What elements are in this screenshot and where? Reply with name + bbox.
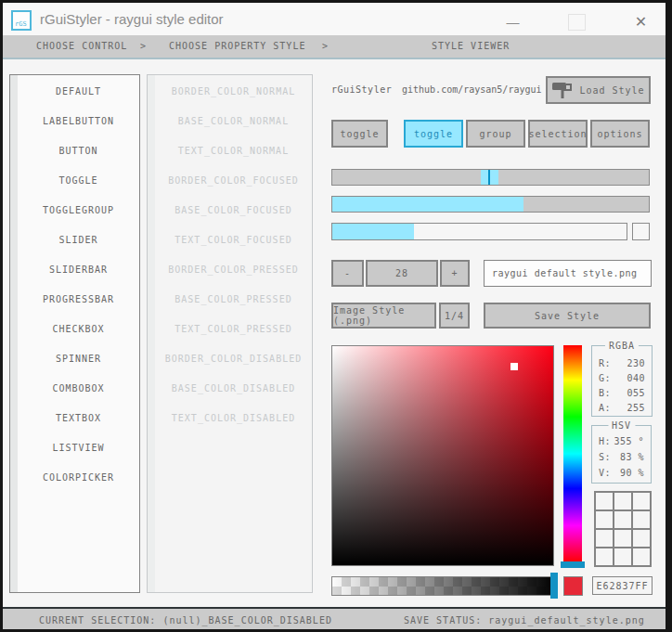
- hex-value-input[interactable]: [592, 576, 653, 595]
- maximize-icon: [568, 14, 586, 31]
- palette-cell[interactable]: [595, 529, 614, 548]
- controls-list-item[interactable]: DEFAULT: [18, 76, 139, 106]
- alpha-bar[interactable]: [331, 576, 557, 596]
- palette-cell[interactable]: [632, 529, 651, 548]
- controls-list-item[interactable]: SLIDER: [18, 225, 139, 254]
- properties-list: BORDER_COLOR_NORMALBASE_COLOR_NORMALTEXT…: [155, 76, 312, 432]
- hue-bar[interactable]: [563, 345, 582, 562]
- toggle-group-item[interactable]: toggle: [404, 120, 463, 148]
- palette-cell[interactable]: [614, 492, 632, 510]
- hsv-row: S:83 %: [592, 449, 651, 465]
- palette-cell[interactable]: [632, 510, 651, 529]
- breadcrumb-choose-control: CHOOSE CONTROL: [36, 35, 127, 58]
- load-style-button[interactable]: Load Style: [546, 76, 651, 104]
- palette-cell[interactable]: [614, 529, 632, 548]
- slider-handle[interactable]: [481, 170, 498, 185]
- color-picker-cursor[interactable]: [510, 363, 518, 370]
- palette-cell[interactable]: [632, 492, 651, 510]
- hsv-rows: H:355 °S:83 %V:90 %: [592, 433, 651, 481]
- properties-list-item[interactable]: TEXT_COLOR_FOCUSED: [155, 225, 312, 254]
- properties-list-panel: BORDER_COLOR_NORMALBASE_COLOR_NORMALTEXT…: [147, 74, 313, 593]
- properties-list-item[interactable]: BASE_COLOR_NORMAL: [155, 106, 312, 135]
- title-bar: rGS rGuiStyler - raygui style editor — ✕: [3, 3, 666, 35]
- controls-list-item[interactable]: LISTVIEW: [18, 432, 139, 462]
- controls-list-item[interactable]: COMBOBOX: [18, 373, 139, 403]
- toggle-group-item[interactable]: options: [590, 120, 650, 148]
- controls-list-item[interactable]: CHECKBOX: [18, 314, 139, 343]
- palette-cell[interactable]: [595, 510, 614, 529]
- properties-list-scrollbar[interactable]: [148, 75, 155, 592]
- app-name-label: rGuiStyler: [331, 84, 385, 95]
- breadcrumb-separator: >: [322, 35, 329, 58]
- properties-list-item[interactable]: BASE_COLOR_DISABLED: [155, 373, 312, 403]
- spinner-plus-button[interactable]: +: [440, 260, 470, 287]
- breadcrumb-choose-property-style: CHOOSE PROPERTY STYLE: [169, 35, 305, 58]
- progress-bar[interactable]: [331, 223, 627, 240]
- controls-list-item[interactable]: SPINNER: [18, 343, 139, 373]
- maximize-button[interactable]: [556, 6, 598, 38]
- image-style-button[interactable]: Image Style (.png): [331, 303, 436, 329]
- close-button[interactable]: ✕: [620, 6, 662, 38]
- window-title: rGuiStyler - raygui style editor: [40, 11, 224, 27]
- hsv-title: HSV: [608, 420, 635, 431]
- rgba-row: G:040: [592, 370, 652, 385]
- toggle-group-item[interactable]: selection: [528, 120, 588, 148]
- slider-bar-fill: [332, 197, 523, 212]
- toggle-button[interactable]: toggle: [331, 120, 388, 148]
- color-picker-panel[interactable]: [331, 345, 554, 566]
- palette-cell[interactable]: [614, 548, 632, 566]
- breadcrumb-style-viewer: STYLE VIEWER: [432, 35, 510, 58]
- filename-input[interactable]: [484, 260, 652, 287]
- controls-list-item[interactable]: LABELBUTTON: [18, 106, 139, 135]
- status-bar: CURRENT SELECTION: (null)_BASE_COLOR_DIS…: [3, 607, 666, 632]
- rgba-row: A:255: [592, 400, 652, 415]
- palette-cell[interactable]: [595, 548, 614, 566]
- rgba-title: RGBA: [605, 341, 639, 351]
- save-style-button[interactable]: Save Style: [484, 303, 651, 329]
- properties-list-item[interactable]: BORDER_COLOR_FOCUSED: [155, 165, 312, 195]
- rgba-row: R:230: [592, 355, 652, 370]
- palette-cell[interactable]: [595, 492, 614, 510]
- status-save-status: SAVE STATUS: raygui_default_style.png: [404, 609, 645, 632]
- alpha-bar-marker[interactable]: [550, 573, 558, 599]
- hsv-groupbox: HSV H:355 °S:83 %V:90 %: [591, 425, 652, 484]
- rgba-groupbox: RGBA R:230G:040B:055A:255: [591, 345, 653, 417]
- spinner-minus-button[interactable]: -: [331, 260, 364, 287]
- slider[interactable]: [331, 169, 650, 186]
- properties-list-item[interactable]: TEXT_COLOR_DISABLED: [155, 403, 312, 432]
- hsv-row: H:355 °: [592, 433, 651, 449]
- properties-list-item[interactable]: BASE_COLOR_PRESSED: [155, 284, 312, 314]
- ratio-button[interactable]: 1/4: [439, 303, 470, 329]
- controls-list-item[interactable]: PROGRESSBAR: [18, 284, 139, 314]
- controls-list-item[interactable]: TOGGLEGROUP: [18, 195, 139, 225]
- hue-bar-marker[interactable]: [561, 561, 585, 568]
- slider-bar[interactable]: [331, 196, 650, 213]
- spinner-value[interactable]: 28: [366, 260, 438, 287]
- properties-list-item[interactable]: BASE_COLOR_FOCUSED: [155, 195, 312, 225]
- hsv-row: V:90 %: [592, 465, 651, 481]
- controls-list-item[interactable]: BUTTON: [18, 135, 139, 165]
- properties-list-item[interactable]: TEXT_COLOR_PRESSED: [155, 314, 312, 343]
- toggle-group: togglegroupselectionoptions: [404, 120, 650, 148]
- properties-list-item[interactable]: BORDER_COLOR_PRESSED: [155, 254, 312, 284]
- palette-cell[interactable]: [614, 510, 632, 529]
- close-icon: ✕: [635, 13, 647, 31]
- rgba-rows: R:230G:040B:055A:255: [592, 355, 652, 415]
- toggle-group-item[interactable]: group: [466, 120, 525, 148]
- properties-list-item[interactable]: TEXT_COLOR_NORMAL: [155, 135, 312, 165]
- palette-grid: [594, 491, 652, 567]
- paint-roller-icon: [551, 81, 574, 99]
- controls-list-item[interactable]: SLIDERBAR: [18, 254, 139, 284]
- controls-list-scrollbar[interactable]: [10, 75, 18, 592]
- palette-cell[interactable]: [632, 548, 651, 566]
- properties-list-item[interactable]: BORDER_COLOR_DISABLED: [155, 343, 312, 373]
- controls-list-item[interactable]: TEXTBOX: [18, 403, 139, 432]
- controls-list-panel: DEFAULTLABELBUTTONBUTTONTOGGLETOGGLEGROU…: [9, 74, 140, 593]
- controls-list-item[interactable]: TOGGLE: [18, 165, 139, 195]
- minimize-button[interactable]: —: [492, 6, 534, 38]
- current-color-swatch: [563, 576, 583, 596]
- checkbox[interactable]: [632, 223, 650, 240]
- controls-list-item[interactable]: COLORPICKER: [18, 462, 139, 492]
- progress-bar-fill: [332, 224, 414, 239]
- properties-list-item[interactable]: BORDER_COLOR_NORMAL: [155, 76, 312, 106]
